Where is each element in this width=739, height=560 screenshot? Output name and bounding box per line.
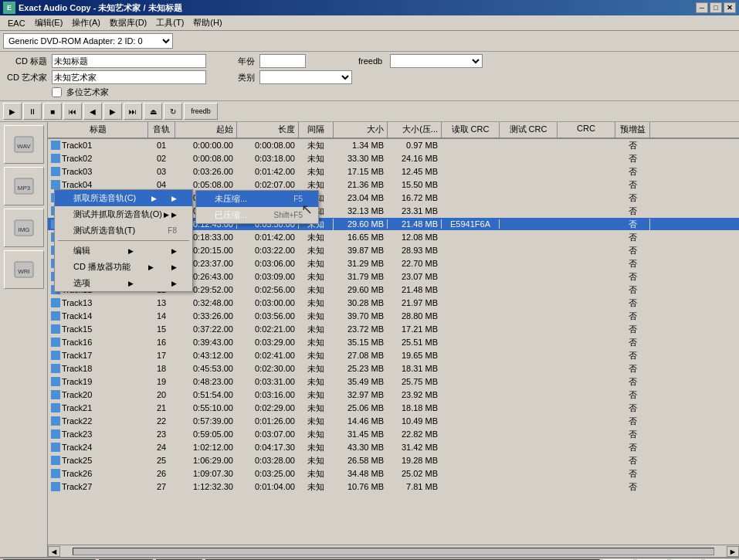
horizontal-scrollbar[interactable]: ◄ ► bbox=[48, 545, 739, 557]
hscroll-left[interactable]: ◄ bbox=[48, 546, 60, 557]
svg-text:WAV: WAV bbox=[17, 143, 31, 150]
cell-start: 0:39:43.00 bbox=[175, 338, 237, 347]
table-row[interactable]: Track23 23 0:59:05.00 0:03:07.00 未知 31.4… bbox=[48, 428, 739, 441]
table-row[interactable]: Track21 21 0:55:10.00 0:02:29.00 未知 25.0… bbox=[48, 402, 739, 415]
cell-size: 39.87 MB bbox=[334, 246, 388, 255]
table-row[interactable]: Track18 18 0:45:53.00 0:02:30.00 未知 25.2… bbox=[48, 362, 739, 375]
table-row[interactable]: Track02 02 0:00:08.00 0:03:18.00 未知 33.3… bbox=[48, 152, 739, 165]
play-button[interactable]: ▶ bbox=[3, 103, 22, 120]
table-row[interactable]: Track22 22 0:57:39.00 0:01:26.00 未知 14.4… bbox=[48, 415, 739, 428]
cell-length: 0:01:26.00 bbox=[237, 416, 299, 426]
prev-track-button[interactable]: ⏮ bbox=[63, 103, 82, 120]
header-crc[interactable]: CRC bbox=[558, 122, 615, 137]
cd-artist-input[interactable] bbox=[52, 70, 206, 84]
cell-gap: 未知 bbox=[299, 258, 334, 270]
cell-size: 43.30 MB bbox=[334, 443, 388, 452]
pause-button[interactable]: ⏸ bbox=[23, 103, 42, 120]
header-testcrc[interactable]: 测试 CRC bbox=[500, 122, 558, 137]
header-pregain[interactable]: 预增益 bbox=[615, 122, 650, 137]
sidebar-img-button[interactable]: IMG bbox=[4, 209, 44, 247]
table-row[interactable]: Track26 26 1:09:07.30 0:03:25.00 未知 34.4… bbox=[48, 467, 739, 480]
freedb-select[interactable] bbox=[390, 54, 483, 68]
header-gap[interactable]: 间隔 bbox=[299, 122, 334, 137]
minimize-button[interactable]: ─ bbox=[696, 2, 708, 13]
menu-help[interactable]: 帮助(H) bbox=[188, 15, 226, 30]
ctx-test-only[interactable]: 测试所选音轨(T) F8 bbox=[55, 222, 192, 239]
prev-button[interactable]: ◀ bbox=[83, 103, 102, 120]
next-track-button[interactable]: ⏭ bbox=[124, 103, 142, 120]
table-row[interactable]: Track16 16 0:39:43.00 0:03:29.00 未知 35.1… bbox=[48, 336, 739, 349]
window-controls[interactable]: ─ □ ✕ bbox=[696, 2, 736, 13]
ctx-sep1 bbox=[58, 240, 189, 241]
header-start[interactable]: 起始 bbox=[175, 122, 237, 137]
cell-track: 14 bbox=[148, 311, 175, 321]
eject-button[interactable]: ⏏ bbox=[144, 103, 162, 120]
menu-database[interactable]: 数据库(D) bbox=[105, 15, 151, 30]
sidebar-mp3-button[interactable]: MP3 bbox=[4, 167, 44, 205]
sidebar-wri-button[interactable]: WRI bbox=[4, 250, 44, 289]
ctx-test-rip[interactable]: 测试并抓取所选音轨(O) ▶ bbox=[55, 206, 192, 222]
cell-sizecomp: 7.81 MB bbox=[388, 482, 442, 491]
table-row[interactable]: Track27 27 1:12:32.30 0:01:04.00 未知 10.7… bbox=[48, 480, 739, 494]
table-row[interactable]: Track14 14 0:33:26.00 0:03:56.00 未知 39.7… bbox=[48, 310, 739, 323]
cell-sizecomp: 22.70 MB bbox=[388, 259, 442, 268]
stop-button[interactable]: ■ bbox=[43, 103, 62, 120]
refresh-button[interactable]: ↻ bbox=[164, 103, 182, 120]
multi-artist-checkbox[interactable] bbox=[52, 87, 62, 97]
svg-text:WRI: WRI bbox=[18, 268, 30, 275]
table-row[interactable]: Track24 24 1:02:12.00 0:04:17.30 未知 43.3… bbox=[48, 441, 739, 454]
maximize-button[interactable]: □ bbox=[710, 2, 722, 13]
table-row[interactable]: Track01 01 0:00:00.00 0:00:08.00 未知 1.34… bbox=[48, 139, 739, 152]
header-length[interactable]: 长度 bbox=[237, 122, 299, 137]
table-row[interactable]: Track25 25 1:06:29.00 0:03:28.00 未知 26.5… bbox=[48, 454, 739, 467]
ctx-cd-player[interactable]: CD 播放器功能 ▶ bbox=[55, 259, 192, 275]
ctx-test-only-label: 测试所选音轨(T) bbox=[73, 225, 135, 236]
menu-eac[interactable]: EAC bbox=[3, 17, 30, 29]
cell-length: 0:02:56.00 bbox=[237, 285, 299, 294]
cell-size: 16.65 MB bbox=[334, 232, 388, 242]
cell-start: 0:51:54.00 bbox=[175, 390, 237, 399]
cell-track: 25 bbox=[148, 456, 175, 465]
year-input[interactable] bbox=[259, 54, 306, 68]
wri-icon: WRI bbox=[12, 259, 36, 280]
cell-size: 34.48 MB bbox=[334, 469, 388, 478]
ctx-options[interactable]: 选项 ▶ bbox=[55, 275, 192, 291]
header-sizecomp[interactable]: 大小(压... bbox=[388, 122, 442, 137]
header-track[interactable]: 音轨 bbox=[148, 122, 175, 137]
hscroll-track[interactable] bbox=[73, 548, 714, 555]
hscroll-right[interactable]: ► bbox=[727, 546, 739, 557]
cell-pregain: 否 bbox=[615, 284, 650, 296]
menu-tools[interactable]: 工具(T) bbox=[151, 15, 188, 30]
submenu-compressed[interactable]: 已压缩... Shift+F5 bbox=[196, 207, 318, 223]
table-row[interactable]: Track19 19 0:48:23.00 0:03:31.00 未知 35.4… bbox=[48, 375, 739, 389]
cd-artist-row: CD 艺术家 bbox=[5, 70, 206, 84]
ctx-edit-label: 编辑 bbox=[73, 245, 90, 256]
header-readcrc[interactable]: 读取 CRC bbox=[442, 122, 500, 137]
table-row[interactable]: Track20 20 0:51:54.00 0:03:16.00 未知 32.9… bbox=[48, 389, 739, 402]
table-row[interactable]: Track13 13 0:32:48.00 0:03:00.00 未知 30.2… bbox=[48, 297, 739, 310]
freedb-button[interactable]: freedb bbox=[184, 103, 218, 120]
cell-size: 32.13 MB bbox=[334, 206, 388, 216]
table-row[interactable]: Track17 17 0:43:12.00 0:02:41.00 未知 27.0… bbox=[48, 349, 739, 362]
cell-gap: 未知 bbox=[299, 416, 334, 427]
table-row[interactable]: Track15 15 0:37:22.00 0:02:21.00 未知 23.7… bbox=[48, 323, 739, 336]
header-size[interactable]: 大小 bbox=[334, 122, 388, 137]
ctx-rip-selected[interactable]: 抓取所选音轨(C) ▶ 未压缩... F5 已压缩... Shift+F5 bbox=[55, 190, 192, 206]
next-button[interactable]: ▶ bbox=[103, 103, 122, 120]
drive-selector[interactable]: Generic DVD-ROM Adapter: 2 ID: 0 bbox=[3, 33, 173, 49]
close-button[interactable]: ✕ bbox=[724, 2, 736, 13]
cell-start: 0:45:53.00 bbox=[175, 364, 237, 373]
cd-title-input[interactable] bbox=[52, 54, 206, 68]
year-row: 年份 bbox=[212, 54, 352, 68]
sidebar-wav-button[interactable]: WAV bbox=[4, 125, 44, 164]
genre-select[interactable] bbox=[259, 70, 352, 84]
menu-edit[interactable]: 编辑(E) bbox=[30, 15, 68, 30]
header-title[interactable]: 标题 bbox=[48, 122, 148, 137]
cell-sizecomp: 24.16 MB bbox=[388, 154, 442, 163]
cell-title: Track24 bbox=[48, 443, 148, 452]
menu-action[interactable]: 操作(A) bbox=[67, 15, 105, 30]
submenu-uncompressed[interactable]: 未压缩... F5 bbox=[196, 191, 318, 207]
ctx-edit[interactable]: 编辑 ▶ bbox=[55, 243, 192, 259]
table-row[interactable]: Track03 03 0:03:26.00 0:01:42.00 未知 17.1… bbox=[48, 165, 739, 178]
cell-size: 31.79 MB bbox=[334, 272, 388, 281]
